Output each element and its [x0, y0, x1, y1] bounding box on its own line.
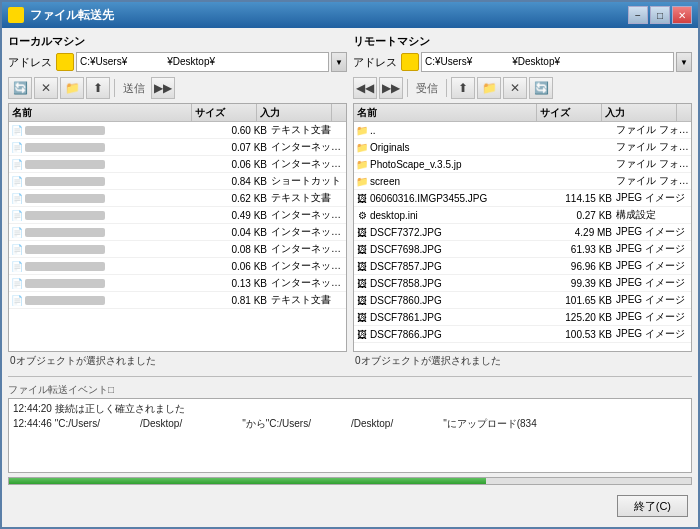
remote-panel: リモートマシン アドレス ▼ ◀◀ ▶▶ 受信 ⬆ 📁 ✕	[353, 34, 692, 370]
file-type: テキスト文書	[271, 123, 346, 137]
file-type: インターネット シ...	[271, 140, 346, 154]
local-file-row[interactable]: 📄0.13 KBインターネット シ...	[9, 275, 346, 292]
remote-refresh-btn[interactable]: 🔄	[529, 77, 553, 99]
file-name: DSCF7698.JPG	[370, 244, 551, 255]
remote-col-name: 名前	[354, 104, 537, 121]
remote-file-list-body[interactable]: 📁..ファイル フォルダ📁Originalsファイル フォルダ📁PhotoSca…	[354, 122, 691, 351]
remote-file-row[interactable]: 📁PhotoScape_v.3.5.jpファイル フォルダ	[354, 156, 691, 173]
local-address-bar: アドレス ▼	[8, 51, 347, 73]
local-toolbar: 🔄 ✕ 📁 ⬆ 送信 ▶▶	[8, 75, 347, 101]
file-name	[25, 176, 206, 187]
remote-prev-btn[interactable]: ◀◀	[353, 77, 377, 99]
file-icon: 📄	[9, 174, 25, 188]
local-file-row[interactable]: 📄0.81 KBテキスト文書	[9, 292, 346, 309]
local-address-dropdown[interactable]: ▼	[331, 52, 347, 72]
local-address-input[interactable]	[76, 52, 329, 72]
file-type: インターネット シ...	[271, 259, 346, 273]
receive-label: 受信	[412, 81, 442, 96]
remote-file-row[interactable]: 🖼DSCF7372.JPG4.29 MBJPEG イメージ	[354, 224, 691, 241]
remote-address-input[interactable]	[421, 52, 674, 72]
file-type: インターネット シ...	[271, 157, 346, 171]
minimize-button[interactable]: −	[628, 6, 648, 24]
file-type: JPEG イメージ	[616, 327, 691, 341]
remote-file-row[interactable]: 🖼DSCF7857.JPG96.96 KBJPEG イメージ	[354, 258, 691, 275]
log-area[interactable]: 12:44:20 接続は正しく確立されました12:44:46 "C:/Users…	[8, 398, 692, 473]
remote-toolbar: ◀◀ ▶▶ 受信 ⬆ 📁 ✕ 🔄	[353, 75, 692, 101]
send-label: 送信	[119, 81, 149, 96]
remote-file-row[interactable]: 🖼06060316.IMGP3455.JPG114.15 KBJPEG イメージ	[354, 190, 691, 207]
file-name: ..	[370, 125, 551, 136]
file-size: 100.53 KB	[551, 329, 616, 340]
file-name: screen	[370, 176, 551, 187]
local-col-size: サイズ	[192, 104, 257, 121]
file-type: JPEG イメージ	[616, 293, 691, 307]
local-file-row[interactable]: 📄0.84 KBショートカット	[9, 173, 346, 190]
file-size: 0.84 KB	[206, 176, 271, 187]
file-name	[25, 210, 206, 221]
close-button[interactable]: ✕	[672, 6, 692, 24]
file-size: 0.08 KB	[206, 244, 271, 255]
file-size: 0.27 KB	[551, 210, 616, 221]
footer-bar: 終了(C)	[8, 491, 692, 521]
remote-file-row[interactable]: ⚙desktop.ini0.27 KB構成設定	[354, 207, 691, 224]
file-name	[25, 142, 206, 153]
remote-address-dropdown[interactable]: ▼	[676, 52, 692, 72]
file-size: 0.04 KB	[206, 227, 271, 238]
remote-next-btn[interactable]: ▶▶	[379, 77, 403, 99]
file-type: ファイル フォルダ	[616, 157, 691, 171]
file-type: JPEG イメージ	[616, 191, 691, 205]
local-file-row[interactable]: 📄0.49 KBインターネット シ...	[9, 207, 346, 224]
remote-file-row[interactable]: 📁screenファイル フォルダ	[354, 173, 691, 190]
file-icon: 🖼	[354, 259, 370, 273]
file-icon: 🖼	[354, 225, 370, 239]
local-file-row[interactable]: 📄0.62 KBテキスト文書	[9, 190, 346, 207]
local-file-row[interactable]: 📄0.06 KBインターネット シ...	[9, 258, 346, 275]
remote-file-row[interactable]: 🖼DSCF7698.JPG61.93 KBJPEG イメージ	[354, 241, 691, 258]
file-size: 4.29 MB	[551, 227, 616, 238]
file-name	[25, 244, 206, 255]
local-file-row[interactable]: 📄0.60 KBテキスト文書	[9, 122, 346, 139]
file-size: 101.65 KB	[551, 295, 616, 306]
file-size: 0.13 KB	[206, 278, 271, 289]
file-icon: 🖼	[354, 293, 370, 307]
remote-up-btn[interactable]: ⬆	[451, 77, 475, 99]
restore-button[interactable]: □	[650, 6, 670, 24]
remote-file-row[interactable]: 📁..ファイル フォルダ	[354, 122, 691, 139]
local-address-icon	[56, 53, 74, 71]
remote-toolbar-sep1	[407, 79, 408, 97]
send-btn[interactable]: ▶▶	[151, 77, 175, 99]
file-size: 0.62 KB	[206, 193, 271, 204]
file-icon: 📄	[9, 157, 25, 171]
file-name	[25, 278, 206, 289]
remote-file-list-header: 名前 サイズ 入力	[354, 104, 691, 122]
log-line: 12:44:46 "C:/Users/ /Desktop/ "から"C:/Use…	[13, 416, 687, 431]
log-divider	[8, 376, 692, 377]
remote-file-row[interactable]: 🖼DSCF7860.JPG101.65 KBJPEG イメージ	[354, 292, 691, 309]
local-toolbar-sep	[114, 79, 115, 97]
remote-folder-btn[interactable]: 📁	[477, 77, 501, 99]
file-type: ファイル フォルダ	[616, 140, 691, 154]
local-file-list-body[interactable]: 📄0.60 KBテキスト文書📄0.07 KBインターネット シ...📄0.06 …	[9, 122, 346, 351]
remote-file-row[interactable]: 🖼DSCF7861.JPG125.20 KBJPEG イメージ	[354, 309, 691, 326]
file-size: 96.96 KB	[551, 261, 616, 272]
log-line: 12:44:20 接続は正しく確立されました	[13, 401, 687, 416]
close-app-button[interactable]: 終了(C)	[617, 495, 688, 517]
local-up-btn[interactable]: ⬆	[86, 77, 110, 99]
local-new-folder-btn[interactable]: 📁	[60, 77, 84, 99]
local-file-row[interactable]: 📄0.06 KBインターネット シ...	[9, 156, 346, 173]
remote-file-row[interactable]: 🖼DSCF7858.JPG99.39 KBJPEG イメージ	[354, 275, 691, 292]
remote-file-row[interactable]: 🖼DSCF7866.JPG100.53 KBJPEG イメージ	[354, 326, 691, 343]
local-delete-btn[interactable]: ✕	[34, 77, 58, 99]
file-type: ショートカット	[271, 174, 346, 188]
local-refresh-btn[interactable]: 🔄	[8, 77, 32, 99]
local-file-row[interactable]: 📄0.07 KBインターネット シ...	[9, 139, 346, 156]
local-file-row[interactable]: 📄0.08 KBインターネット シ...	[9, 241, 346, 258]
remote-delete-btn[interactable]: ✕	[503, 77, 527, 99]
remote-col-size: サイズ	[537, 104, 602, 121]
local-address-label: アドレス	[8, 55, 52, 70]
remote-file-row[interactable]: 📁Originalsファイル フォルダ	[354, 139, 691, 156]
local-file-row[interactable]: 📄0.04 KBインターネット シ...	[9, 224, 346, 241]
log-section: ファイル転送イベント□ 12:44:20 接続は正しく確立されました12:44:…	[8, 383, 692, 473]
file-icon: 📄	[9, 293, 25, 307]
panels-row: ローカルマシン アドレス ▼ 🔄 ✕ 📁 ⬆ 送信 ▶▶	[8, 34, 692, 370]
